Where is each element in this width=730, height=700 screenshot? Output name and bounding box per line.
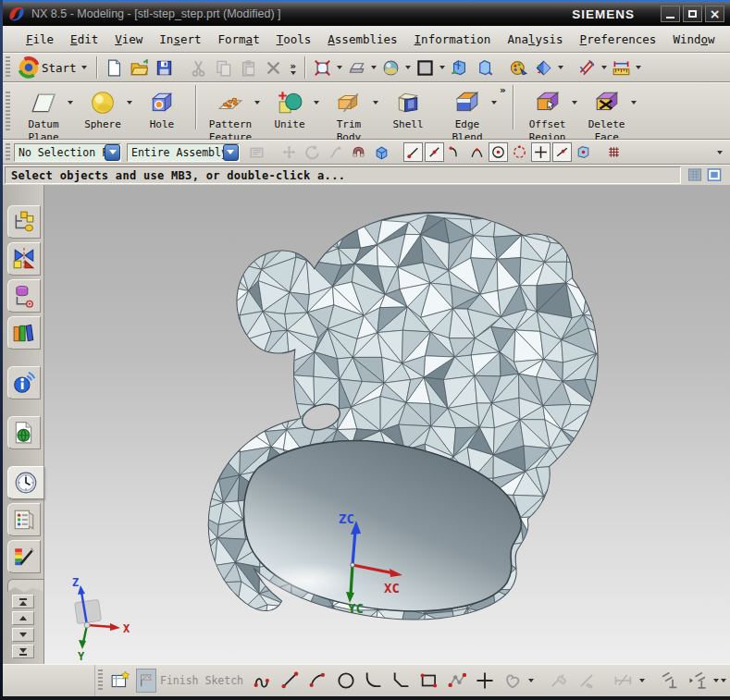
toolbar-overflow-button[interactable]: » <box>289 61 298 75</box>
resource-constraint-navigator-button[interactable] <box>7 242 41 276</box>
snap-control-point-button[interactable] <box>446 142 465 162</box>
scroll-top-button[interactable] <box>12 595 34 608</box>
feature-trim-body-button[interactable]: Trim Body <box>319 85 378 145</box>
menu-preferences[interactable]: Preferences <box>572 30 665 49</box>
role-button[interactable] <box>506 56 531 80</box>
snap-point-on-surface-button[interactable] <box>574 142 593 162</box>
feature-edge-blend-button[interactable]: Edge Blend <box>438 85 497 145</box>
minimize-button[interactable] <box>661 6 680 22</box>
feature-datum-plane-button[interactable]: Datum Plane <box>14 85 73 145</box>
background-caret[interactable] <box>439 66 445 69</box>
resource-bar-torn-tab[interactable] <box>7 579 44 592</box>
menu-help[interactable]: Help <box>724 30 730 49</box>
sketch-rectangle-button[interactable] <box>415 668 443 694</box>
measure-caret[interactable] <box>636 66 641 69</box>
resource-web-browser-button[interactable] <box>7 416 41 449</box>
menu-view[interactable]: View <box>106 30 151 49</box>
selection-filter-combo[interactable]: No Selection Fi <box>14 143 121 162</box>
enable-snap-point-button[interactable] <box>347 141 370 163</box>
resource-reuse-library-button[interactable] <box>7 316 41 350</box>
snap-grid-point-button[interactable] <box>604 142 624 162</box>
feature-offset-region-button[interactable]: Offset Region <box>518 85 577 145</box>
snap-arc-center-button[interactable] <box>489 142 508 162</box>
resource-materials-button[interactable] <box>7 540 41 573</box>
feature-delete-face-caret[interactable] <box>631 101 637 104</box>
toolbar-drag-handle[interactable] <box>6 56 10 79</box>
menu-insert[interactable]: Insert <box>151 30 209 49</box>
start-menu-button[interactable]: Start <box>14 54 93 81</box>
sketch-arc-button[interactable] <box>304 668 332 694</box>
finish-sketch-button[interactable] <box>136 669 156 693</box>
new-button[interactable] <box>102 56 127 80</box>
save-button[interactable] <box>152 56 177 80</box>
resource-hd3d-tools-button[interactable] <box>7 366 41 399</box>
close-button[interactable]: × <box>705 6 724 22</box>
selection-bar-drag-handle[interactable] <box>6 143 10 162</box>
maximize-button[interactable] <box>683 6 702 22</box>
menu-information[interactable]: Information <box>406 30 500 49</box>
sketch-profile-button[interactable] <box>249 668 277 694</box>
snap-point-cube-button[interactable] <box>370 141 393 163</box>
snap-existing-point-button[interactable] <box>531 142 551 162</box>
selection-bar-options-caret[interactable] <box>717 151 723 154</box>
sketch-circle-button[interactable] <box>332 668 360 694</box>
sketch-toolbar-options-caret[interactable] <box>721 679 726 682</box>
orient-view-button[interactable] <box>344 56 369 80</box>
displayed-part-button[interactable] <box>472 56 497 80</box>
sketch-constraints-display-button[interactable] <box>684 668 711 694</box>
show-hide-button[interactable] <box>447 56 472 80</box>
scroll-bottom-button[interactable] <box>12 645 34 658</box>
fit-view-button[interactable] <box>310 56 335 80</box>
resource-history-button[interactable] <box>7 466 44 499</box>
sketch-line-button[interactable] <box>277 668 304 694</box>
selection-scope-combo[interactable]: Entire Assembly <box>127 143 240 162</box>
feature-pattern-feature-button[interactable]: Pattern Feature <box>201 85 260 145</box>
rendering-style-caret[interactable] <box>405 66 411 69</box>
selection-scope-caret[interactable] <box>223 144 239 161</box>
background-button[interactable] <box>413 56 438 80</box>
snap-intersection-button[interactable] <box>467 142 487 162</box>
feature-unite-button[interactable]: Unite <box>260 85 319 132</box>
datum-display-button[interactable] <box>575 56 600 80</box>
sketch-toolbar-drag-handle[interactable] <box>98 669 103 692</box>
menu-format[interactable]: Format <box>210 30 268 49</box>
sketch-studio-spline-button[interactable] <box>443 668 471 694</box>
snap-mid-point-button[interactable] <box>425 142 444 162</box>
sketch-constraints-button[interactable] <box>656 668 684 694</box>
sketch-dimension-caret[interactable] <box>639 679 645 682</box>
datum-display-caret[interactable] <box>601 66 607 69</box>
resource-part-navigator-button[interactable] <box>7 279 41 313</box>
snap-point-on-curve-button[interactable] <box>552 142 572 162</box>
restore-window-button[interactable] <box>706 167 723 183</box>
feature-delete-face-button[interactable]: Delete Face <box>577 85 637 145</box>
selection-filter-caret[interactable] <box>105 144 120 161</box>
sketch-constraints-display-caret[interactable] <box>713 679 719 682</box>
sketch-offset-curve-caret[interactable] <box>528 679 534 682</box>
visualization-button[interactable] <box>531 56 556 80</box>
menu-assemblies[interactable]: Assemblies <box>319 30 405 49</box>
feature-shell-button[interactable]: Shell <box>378 85 438 132</box>
feature-sphere-button[interactable]: Sphere <box>73 85 132 132</box>
resource-palettes-button[interactable] <box>7 503 41 536</box>
sketch-chamfer-button[interactable] <box>388 668 415 694</box>
feature-toolbar-drag-handle[interactable] <box>6 92 10 130</box>
resource-assembly-navigator-button[interactable] <box>7 205 41 239</box>
fit-view-caret[interactable] <box>337 66 342 69</box>
menu-window[interactable]: Window <box>664 30 723 49</box>
snap-quadrant-point-button[interactable] <box>510 142 529 162</box>
scroll-down-button[interactable] <box>12 628 34 642</box>
visualization-caret[interactable] <box>558 66 563 69</box>
menu-edit[interactable]: Edit <box>62 30 106 49</box>
sketch-sketch-task-button[interactable] <box>106 668 134 694</box>
orient-view-caret[interactable] <box>371 66 377 69</box>
feature-toolbar-overflow-button[interactable]: » <box>500 85 506 95</box>
clip-view-button[interactable] <box>687 167 703 183</box>
graphics-viewport[interactable]: ZCXCYCZXY <box>44 185 730 664</box>
feature-edge-blend-caret[interactable] <box>491 101 497 104</box>
sketch-offset-curve-button[interactable] <box>499 668 526 694</box>
snap-end-point-button[interactable] <box>403 142 423 162</box>
menu-analysis[interactable]: Analysis <box>499 30 571 49</box>
feature-hole-button[interactable]: Hole <box>132 85 192 132</box>
sketch-fillet-button[interactable] <box>360 668 388 694</box>
open-button[interactable] <box>127 56 152 80</box>
